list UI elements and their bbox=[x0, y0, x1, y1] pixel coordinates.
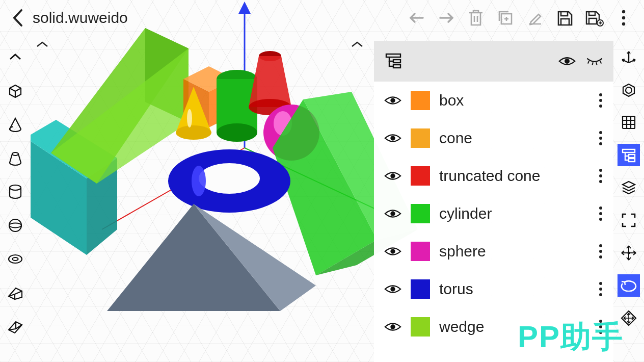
layer-color-swatch bbox=[411, 166, 430, 186]
layer-row[interactable]: box bbox=[374, 82, 613, 119]
collapse-layers-panel-icon[interactable] bbox=[351, 40, 364, 49]
layer-options-button[interactable] bbox=[598, 280, 603, 298]
svg-rect-45 bbox=[393, 65, 400, 68]
svg-point-49 bbox=[390, 173, 395, 178]
sphere-tool-icon[interactable] bbox=[4, 214, 26, 237]
layer-options-button[interactable] bbox=[598, 92, 603, 109]
edit-button[interactable] bbox=[525, 8, 545, 28]
move-tool-icon[interactable] bbox=[618, 242, 640, 264]
svg-point-38 bbox=[10, 185, 21, 190]
svg-point-51 bbox=[390, 249, 395, 253]
prism-tool-icon[interactable] bbox=[4, 315, 26, 338]
svg-point-14 bbox=[187, 109, 192, 127]
watermark: PP助手 bbox=[518, 317, 624, 358]
torus-tool-icon[interactable] bbox=[4, 248, 26, 270]
layer-name-label: cone bbox=[439, 130, 589, 147]
svg-point-46 bbox=[565, 59, 570, 64]
layer-name-label: torus bbox=[439, 280, 589, 298]
layers-panel: box cone truncated cone cylinder sphere … bbox=[374, 41, 613, 362]
layers-panel-header bbox=[374, 41, 613, 82]
svg-rect-56 bbox=[629, 154, 635, 158]
collapse-left-icon[interactable] bbox=[4, 46, 26, 68]
svg-point-17 bbox=[217, 123, 257, 142]
svg-point-39 bbox=[9, 219, 21, 231]
layer-options-button[interactable] bbox=[598, 243, 603, 260]
layer-name-label: truncated cone bbox=[439, 167, 589, 185]
left-toolbar bbox=[0, 41, 31, 362]
layer-visibility-icon[interactable] bbox=[384, 243, 401, 260]
save-button[interactable] bbox=[554, 8, 575, 28]
collapse-left-panel-icon[interactable] bbox=[36, 40, 49, 49]
layer-row[interactable]: torus bbox=[374, 270, 613, 308]
delete-button[interactable] bbox=[466, 8, 486, 28]
truncated-cone-tool-icon[interactable] bbox=[4, 147, 26, 169]
back-button[interactable] bbox=[5, 6, 30, 30]
layer-name-label: box bbox=[439, 92, 589, 109]
undo-button[interactable] bbox=[407, 8, 427, 28]
camera-frame-icon[interactable] bbox=[618, 79, 640, 101]
layers-list: box cone truncated cone cylinder sphere … bbox=[374, 82, 613, 346]
layer-row[interactable]: sphere bbox=[374, 232, 613, 270]
layer-color-swatch bbox=[411, 242, 430, 261]
layer-row[interactable]: cylinder bbox=[374, 195, 613, 232]
svg-point-52 bbox=[390, 287, 395, 291]
duplicate-button[interactable] bbox=[495, 8, 516, 28]
layer-color-swatch bbox=[411, 128, 430, 148]
show-all-icon[interactable] bbox=[558, 53, 576, 70]
overflow-menu-button[interactable] bbox=[613, 8, 634, 28]
layer-row[interactable]: truncated cone bbox=[374, 157, 613, 195]
svg-rect-44 bbox=[393, 60, 400, 63]
grid-toggle-icon[interactable] bbox=[618, 111, 640, 134]
rotate-tool-icon[interactable] bbox=[618, 274, 640, 297]
layer-name-label: sphere bbox=[439, 243, 589, 260]
filename-label: solid.wuweido bbox=[33, 9, 128, 27]
layers-panel-toggle-icon[interactable] bbox=[618, 144, 640, 166]
layer-visibility-icon[interactable] bbox=[384, 167, 401, 185]
svg-point-34 bbox=[622, 16, 625, 19]
svg-point-50 bbox=[390, 211, 395, 216]
layer-name-label: cylinder bbox=[439, 205, 589, 222]
cube-tool-icon[interactable] bbox=[4, 80, 26, 102]
wedge-tool-icon[interactable] bbox=[4, 281, 26, 304]
layer-color-swatch bbox=[411, 204, 430, 223]
svg-point-37 bbox=[12, 152, 18, 156]
layer-visibility-icon[interactable] bbox=[384, 92, 401, 109]
svg-point-40 bbox=[9, 223, 21, 228]
hide-all-icon[interactable] bbox=[586, 53, 603, 70]
svg-point-33 bbox=[622, 10, 625, 13]
layer-visibility-icon[interactable] bbox=[384, 318, 401, 335]
svg-point-48 bbox=[390, 136, 395, 140]
layer-options-button[interactable] bbox=[598, 167, 603, 185]
cone-tool-icon[interactable] bbox=[4, 113, 26, 136]
svg-point-41 bbox=[9, 255, 22, 263]
svg-rect-57 bbox=[629, 159, 635, 162]
svg-point-47 bbox=[390, 98, 395, 102]
svg-point-27 bbox=[199, 163, 260, 194]
svg-point-35 bbox=[622, 22, 625, 25]
cylinder-tool-icon[interactable] bbox=[4, 180, 26, 203]
svg-rect-43 bbox=[386, 54, 400, 57]
layer-options-button[interactable] bbox=[598, 130, 603, 147]
svg-rect-55 bbox=[623, 149, 635, 152]
svg-point-54 bbox=[626, 87, 632, 93]
layer-color-swatch bbox=[411, 91, 430, 110]
layer-options-button[interactable] bbox=[598, 205, 603, 222]
layers-structure-icon[interactable] bbox=[384, 51, 403, 71]
axes-view-icon[interactable] bbox=[618, 46, 640, 68]
layer-color-swatch bbox=[411, 317, 430, 337]
layer-visibility-icon[interactable] bbox=[384, 130, 401, 147]
fullscreen-icon[interactable] bbox=[618, 209, 640, 231]
layer-row[interactable]: cone bbox=[374, 119, 613, 157]
svg-point-42 bbox=[13, 257, 18, 261]
top-toolbar: solid.wuweido bbox=[0, 0, 644, 36]
svg-point-53 bbox=[390, 324, 395, 329]
layer-color-swatch bbox=[411, 279, 430, 299]
layer-visibility-icon[interactable] bbox=[384, 280, 401, 298]
save-as-button[interactable] bbox=[584, 8, 604, 28]
redo-button[interactable] bbox=[436, 8, 457, 28]
layer-visibility-icon[interactable] bbox=[384, 205, 401, 222]
right-toolbar bbox=[613, 41, 644, 362]
stack-icon[interactable] bbox=[618, 176, 640, 199]
svg-point-28 bbox=[192, 166, 206, 196]
svg-point-58 bbox=[628, 252, 630, 254]
